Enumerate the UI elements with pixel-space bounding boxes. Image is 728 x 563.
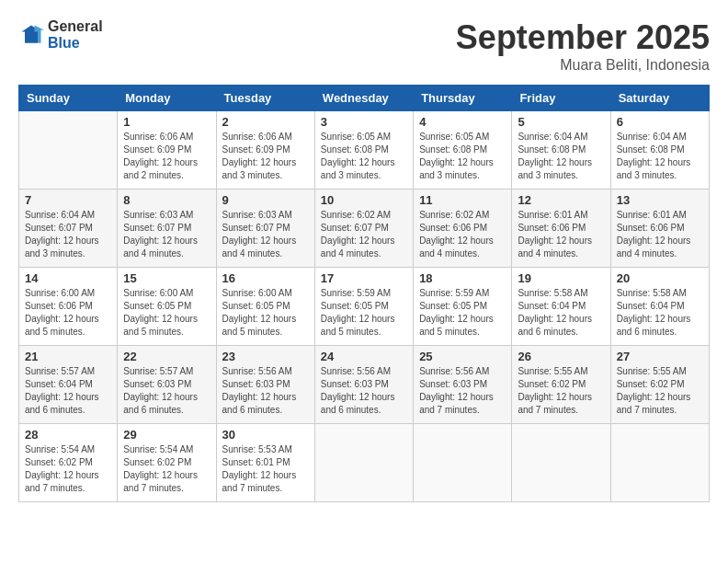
day-info: Sunrise: 5:56 AM Sunset: 6:03 PM Dayligh… [222, 365, 309, 417]
day-cell: 5Sunrise: 6:04 AM Sunset: 6:08 PM Daylig… [512, 111, 610, 190]
day-cell: 8Sunrise: 6:03 AM Sunset: 6:07 PM Daylig… [118, 190, 216, 268]
day-info: Sunrise: 6:06 AM Sunset: 6:09 PM Dayligh… [123, 131, 210, 182]
day-cell: 13Sunrise: 6:01 AM Sunset: 6:06 PM Dayli… [610, 190, 709, 268]
logo-text: General Blue [48, 18, 103, 51]
day-cell: 4Sunrise: 6:05 AM Sunset: 6:08 PM Daylig… [414, 111, 512, 190]
day-number: 15 [123, 271, 210, 285]
day-cell: 25Sunrise: 5:56 AM Sunset: 6:03 PM Dayli… [414, 346, 512, 424]
day-number: 17 [321, 271, 407, 285]
col-header-sunday: Sunday [19, 86, 118, 111]
day-info: Sunrise: 6:00 AM Sunset: 6:05 PM Dayligh… [123, 287, 210, 339]
day-cell [314, 424, 413, 502]
day-number: 25 [419, 350, 506, 363]
day-cell: 14Sunrise: 6:00 AM Sunset: 6:06 PM Dayli… [19, 268, 118, 346]
day-number: 1 [123, 115, 210, 129]
day-cell: 26Sunrise: 5:55 AM Sunset: 6:02 PM Dayli… [512, 346, 610, 424]
header-row: SundayMondayTuesdayWednesdayThursdayFrid… [19, 86, 710, 111]
day-number: 6 [617, 115, 703, 129]
day-cell [414, 424, 512, 502]
logo-icon [18, 22, 44, 48]
col-header-thursday: Thursday [414, 86, 512, 111]
day-cell: 17Sunrise: 5:59 AM Sunset: 6:05 PM Dayli… [314, 268, 413, 346]
day-info: Sunrise: 5:59 AM Sunset: 6:05 PM Dayligh… [321, 287, 407, 339]
logo: General Blue [18, 18, 103, 51]
day-cell [19, 111, 118, 190]
day-number: 13 [617, 193, 703, 207]
day-cell: 10Sunrise: 6:02 AM Sunset: 6:07 PM Dayli… [314, 190, 413, 268]
day-info: Sunrise: 6:04 AM Sunset: 6:08 PM Dayligh… [617, 131, 703, 182]
day-info: Sunrise: 6:05 AM Sunset: 6:08 PM Dayligh… [321, 131, 407, 182]
day-number: 12 [518, 193, 604, 207]
day-cell: 6Sunrise: 6:04 AM Sunset: 6:08 PM Daylig… [610, 111, 709, 190]
day-number: 8 [123, 193, 210, 207]
month-title: September 2025 [456, 18, 710, 57]
day-info: Sunrise: 5:59 AM Sunset: 6:05 PM Dayligh… [419, 287, 506, 339]
logo-blue: Blue [48, 35, 103, 52]
day-info: Sunrise: 5:57 AM Sunset: 6:04 PM Dayligh… [25, 365, 111, 417]
day-number: 20 [617, 271, 703, 285]
day-number: 19 [518, 271, 604, 285]
day-number: 28 [25, 428, 111, 442]
day-cell: 2Sunrise: 6:06 AM Sunset: 6:09 PM Daylig… [216, 111, 314, 190]
day-cell: 28Sunrise: 5:54 AM Sunset: 6:02 PM Dayli… [19, 424, 118, 502]
day-number: 26 [518, 350, 604, 363]
day-number: 21 [25, 350, 111, 363]
day-info: Sunrise: 5:55 AM Sunset: 6:02 PM Dayligh… [617, 365, 703, 417]
day-cell: 9Sunrise: 6:03 AM Sunset: 6:07 PM Daylig… [216, 190, 314, 268]
day-number: 5 [518, 115, 604, 129]
day-info: Sunrise: 5:54 AM Sunset: 6:02 PM Dayligh… [123, 443, 210, 495]
day-number: 27 [617, 350, 703, 363]
day-cell: 19Sunrise: 5:58 AM Sunset: 6:04 PM Dayli… [512, 268, 610, 346]
day-cell: 23Sunrise: 5:56 AM Sunset: 6:03 PM Dayli… [216, 346, 314, 424]
day-number: 11 [419, 193, 506, 207]
day-cell: 22Sunrise: 5:57 AM Sunset: 6:03 PM Dayli… [118, 346, 216, 424]
day-cell: 29Sunrise: 5:54 AM Sunset: 6:02 PM Dayli… [118, 424, 216, 502]
day-number: 16 [222, 271, 309, 285]
day-number: 9 [222, 193, 309, 207]
week-row-4: 21Sunrise: 5:57 AM Sunset: 6:04 PM Dayli… [19, 346, 710, 424]
day-number: 30 [222, 428, 309, 442]
day-number: 23 [222, 350, 309, 363]
day-cell: 16Sunrise: 6:00 AM Sunset: 6:05 PM Dayli… [216, 268, 314, 346]
day-info: Sunrise: 6:00 AM Sunset: 6:05 PM Dayligh… [222, 287, 309, 339]
day-number: 29 [123, 428, 210, 442]
day-cell: 18Sunrise: 5:59 AM Sunset: 6:05 PM Dayli… [414, 268, 512, 346]
day-info: Sunrise: 5:53 AM Sunset: 6:01 PM Dayligh… [222, 443, 309, 495]
day-number: 4 [419, 115, 506, 129]
day-info: Sunrise: 6:06 AM Sunset: 6:09 PM Dayligh… [222, 131, 309, 182]
day-info: Sunrise: 5:56 AM Sunset: 6:03 PM Dayligh… [419, 365, 506, 417]
day-cell: 20Sunrise: 5:58 AM Sunset: 6:04 PM Dayli… [610, 268, 709, 346]
day-info: Sunrise: 6:03 AM Sunset: 6:07 PM Dayligh… [123, 209, 210, 260]
header: General Blue September 2025 Muara Beliti… [18, 18, 710, 74]
day-info: Sunrise: 6:04 AM Sunset: 6:08 PM Dayligh… [518, 131, 604, 182]
day-info: Sunrise: 6:01 AM Sunset: 6:06 PM Dayligh… [617, 209, 703, 260]
title-area: September 2025 Muara Beliti, Indonesia [456, 18, 710, 74]
day-number: 22 [123, 350, 210, 363]
day-number: 2 [222, 115, 309, 129]
day-number: 3 [321, 115, 407, 129]
week-row-3: 14Sunrise: 6:00 AM Sunset: 6:06 PM Dayli… [19, 268, 710, 346]
day-info: Sunrise: 6:04 AM Sunset: 6:07 PM Dayligh… [25, 209, 111, 260]
day-info: Sunrise: 5:56 AM Sunset: 6:03 PM Dayligh… [321, 365, 407, 417]
day-info: Sunrise: 5:58 AM Sunset: 6:04 PM Dayligh… [518, 287, 604, 339]
day-cell: 21Sunrise: 5:57 AM Sunset: 6:04 PM Dayli… [19, 346, 118, 424]
day-number: 18 [419, 271, 506, 285]
col-header-monday: Monday [118, 86, 216, 111]
day-cell: 24Sunrise: 5:56 AM Sunset: 6:03 PM Dayli… [314, 346, 413, 424]
day-cell: 12Sunrise: 6:01 AM Sunset: 6:06 PM Dayli… [512, 190, 610, 268]
day-cell: 3Sunrise: 6:05 AM Sunset: 6:08 PM Daylig… [314, 111, 413, 190]
day-info: Sunrise: 5:57 AM Sunset: 6:03 PM Dayligh… [123, 365, 210, 417]
day-info: Sunrise: 6:01 AM Sunset: 6:06 PM Dayligh… [518, 209, 604, 260]
day-info: Sunrise: 5:55 AM Sunset: 6:02 PM Dayligh… [518, 365, 604, 417]
day-info: Sunrise: 5:58 AM Sunset: 6:04 PM Dayligh… [617, 287, 703, 339]
day-cell [512, 424, 610, 502]
col-header-saturday: Saturday [610, 86, 709, 111]
location-title: Muara Beliti, Indonesia [456, 57, 710, 74]
day-cell: 15Sunrise: 6:00 AM Sunset: 6:05 PM Dayli… [118, 268, 216, 346]
day-info: Sunrise: 5:54 AM Sunset: 6:02 PM Dayligh… [25, 443, 111, 495]
day-number: 10 [321, 193, 407, 207]
day-info: Sunrise: 6:00 AM Sunset: 6:06 PM Dayligh… [25, 287, 111, 339]
week-row-1: 1Sunrise: 6:06 AM Sunset: 6:09 PM Daylig… [19, 111, 710, 190]
day-cell: 7Sunrise: 6:04 AM Sunset: 6:07 PM Daylig… [19, 190, 118, 268]
day-cell: 11Sunrise: 6:02 AM Sunset: 6:06 PM Dayli… [414, 190, 512, 268]
